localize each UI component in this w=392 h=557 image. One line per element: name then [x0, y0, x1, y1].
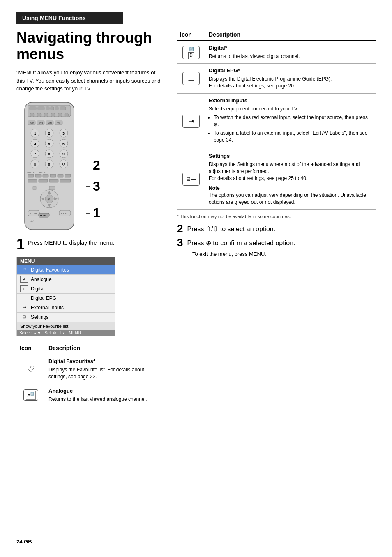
svg-text:6: 6 — [62, 142, 65, 146]
step-1-num: 1 — [16, 237, 25, 252]
svg-text:ANALOG: ANALOG — [27, 172, 35, 174]
svg-text:RETURN: RETURN — [29, 212, 37, 215]
icon-cell-settings: ⊟— — [177, 149, 205, 209]
icon-cell-fav: ♡ — [16, 354, 45, 384]
table-right-col1-header: Icon — [177, 30, 205, 41]
svg-point-9 — [37, 113, 41, 117]
svg-text:TV: TV — [57, 122, 60, 124]
svg-text:⊕: ⊕ — [47, 197, 51, 201]
menu-footer: Select: ▲▼ Set: ⊕ Exit: MENU — [17, 330, 115, 336]
menu-icon-ext: ⇥ — [20, 304, 28, 311]
desc-cell-epg: Digital EPG* Displays the Digital Electr… — [205, 64, 376, 94]
step-2-text: Press ⇧/⇩ to select an option. — [187, 223, 276, 234]
svg-text:3: 3 — [62, 131, 65, 136]
label-2: 2 — [93, 158, 100, 173]
svg-rect-50 — [43, 174, 48, 177]
table-right-col2-header: Description — [205, 30, 376, 41]
desc-cell-analogue: Analogue Returns to the last viewed anal… — [45, 384, 164, 407]
intro-text: "MENU" allows you to enjoy various conve… — [16, 69, 164, 93]
menu-icon-epg: ☰ — [20, 295, 28, 302]
svg-text:8: 8 — [48, 152, 50, 156]
svg-text:↺: ↺ — [62, 162, 65, 166]
icon-cell-epg: ☰ — [177, 64, 205, 94]
step-3-num: 3 — [177, 237, 183, 249]
svg-rect-54 — [28, 179, 37, 182]
svg-text:TOOLS: TOOLS — [61, 212, 68, 215]
svg-rect-7 — [60, 107, 66, 110]
menu-icon-favourites: ♡ — [20, 267, 28, 273]
page-number: 24 GB — [16, 539, 32, 545]
menu-icon-settings: ⊟ — [20, 314, 28, 320]
svg-text:↩: ↩ — [30, 219, 34, 223]
svg-point-11 — [51, 113, 55, 117]
step-1-block: 1 Press MENU to display the menu. — [16, 237, 164, 252]
svg-point-12 — [58, 113, 62, 117]
menu-item-1: A Analogue — [17, 275, 115, 284]
table-row: ⊟— Settings Displays the Settings menu w… — [177, 149, 376, 209]
svg-point-8 — [30, 113, 34, 117]
svg-text:9: 9 — [62, 152, 65, 156]
svg-text:7: 7 — [34, 152, 36, 156]
step-3-block: 3 Press ⊕ to confirm a selected option. … — [177, 237, 376, 257]
svg-rect-53 — [65, 174, 71, 177]
table-bottom-col1-header: Icon — [16, 343, 45, 354]
svg-rect-55 — [39, 179, 48, 182]
desc-cell-fav: Digital Favourites* Displays the Favouri… — [45, 354, 164, 384]
svg-text:AMP: AMP — [48, 122, 53, 124]
svg-text:0: 0 — [48, 162, 50, 166]
step-3-subtext: To exit the menu, press MENU. — [177, 250, 376, 257]
table-row: 🔡 D Digital* Returns to the last viewed … — [177, 41, 376, 64]
right-column: Icon Description 🔡 D Digital* Returns — [177, 30, 376, 260]
steps-right: 2 Press ⇧/⇩ to select an option. 3 Press… — [177, 223, 376, 257]
menu-icon-digital: D — [20, 285, 28, 292]
remote-step-labels: — 2 — 3 — 1 — [86, 158, 100, 233]
desc-cell-ext: External Inputs Selects equipment connec… — [205, 93, 376, 149]
svg-rect-48 — [28, 174, 34, 177]
menu-item-4: ⇥ External Inputs — [17, 303, 115, 313]
menu-item-2: D Digital — [17, 284, 115, 294]
svg-text:MENU: MENU — [40, 214, 46, 217]
footnote: * This function may not be available in … — [177, 214, 376, 219]
menu-title: MENU — [17, 257, 115, 265]
desc-cell-digital: Digital* Returns to the last viewed digi… — [205, 41, 376, 64]
table-row: ⇥ External Inputs Selects equipment conn… — [177, 93, 376, 149]
table-row: A🔡 Analogue Returns to the last viewed a… — [16, 384, 164, 407]
svg-rect-6 — [55, 107, 58, 110]
menu-show-fav: Show your Favourite list — [17, 322, 115, 330]
svg-rect-49 — [35, 174, 41, 177]
menu-item-0: ♡ Digital Favourites — [17, 265, 115, 275]
svg-rect-58 — [33, 186, 36, 190]
icon-cell-digital: 🔡 D — [177, 41, 205, 64]
icon-cell-analogue: A🔡 — [16, 384, 45, 407]
header-bar: Using MENU Functions — [16, 12, 123, 24]
svg-text:2: 2 — [48, 131, 50, 136]
step-2-num: 2 — [177, 223, 183, 235]
right-icon-table: Icon Description 🔡 D Digital* Returns — [177, 30, 376, 210]
svg-rect-59 — [49, 186, 55, 190]
svg-text:⊞: ⊞ — [34, 163, 36, 166]
svg-text:DVD: DVD — [30, 122, 34, 124]
svg-rect-5 — [51, 107, 54, 110]
label-1: 1 — [93, 205, 100, 221]
menu-item-3: ☰ Digital EPG — [17, 294, 115, 303]
svg-rect-4 — [46, 107, 49, 110]
svg-rect-56 — [49, 179, 58, 182]
label-3: 3 — [93, 179, 100, 194]
menu-item-5: ⊟ Settings — [17, 313, 115, 322]
table-bottom-col2-header: Description — [45, 343, 164, 354]
remote-control-image: DVD VCR AMP TV 1 2 3 4 — [16, 100, 82, 233]
svg-point-10 — [44, 113, 48, 117]
svg-rect-3 — [38, 107, 44, 110]
left-column: Navigating through menus "MENU" allows y… — [16, 30, 164, 411]
step-2-line: 2 Press ⇧/⇩ to select an option. — [177, 223, 376, 235]
svg-text:VCR: VCR — [39, 122, 43, 124]
svg-text:5: 5 — [48, 142, 50, 146]
desc-cell-settings: Settings Displays the Settings menu wher… — [205, 149, 376, 209]
table-row: ☰ Digital EPG* Displays the Digital Elec… — [177, 64, 376, 94]
svg-text:1: 1 — [34, 131, 36, 136]
svg-rect-57 — [60, 179, 71, 182]
svg-text:DIGITAL: DIGITAL — [39, 172, 47, 174]
svg-rect-2 — [30, 107, 36, 110]
svg-point-13 — [65, 113, 69, 117]
svg-rect-52 — [58, 174, 63, 177]
